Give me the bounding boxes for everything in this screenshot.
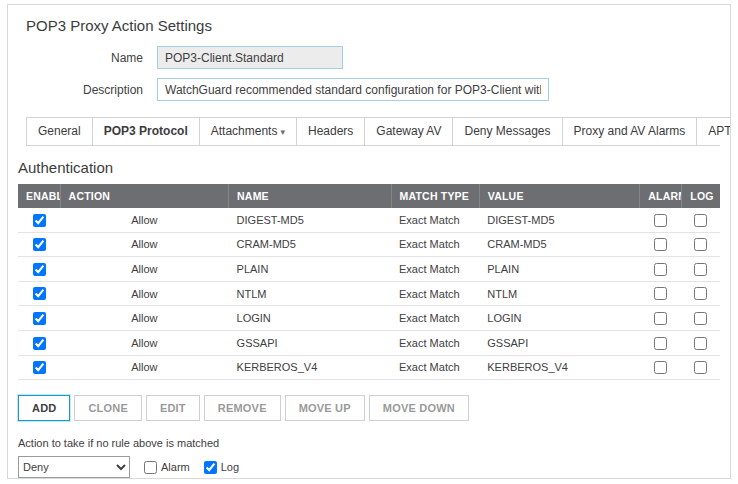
enabled-checkbox[interactable]: [33, 238, 46, 251]
match-type-cell: Exact Match: [391, 208, 479, 232]
tab-gateway-av[interactable]: Gateway AV: [364, 117, 453, 145]
enabled-checkbox[interactable]: [33, 361, 46, 374]
table-row[interactable]: Allow CRAM-MD5 Exact Match CRAM-MD5: [18, 232, 720, 257]
tab-apt-blocker[interactable]: APT Blocker: [696, 117, 731, 145]
log-option-label: Log: [221, 461, 239, 473]
move-down-button[interactable]: MOVE DOWN: [369, 395, 469, 421]
log-cell: [682, 355, 720, 380]
name-cell: PLAIN: [229, 257, 391, 282]
value-cell: LOGIN: [479, 306, 639, 331]
action-cell: Allow: [60, 306, 228, 331]
enabled-cell: [18, 232, 60, 257]
enabled-cell: [18, 281, 60, 306]
enabled-cell: [18, 208, 60, 232]
tab-proxy-and-av-alarms[interactable]: Proxy and AV Alarms: [562, 117, 698, 145]
enabled-checkbox[interactable]: [33, 337, 46, 350]
action-cell: Allow: [60, 208, 228, 232]
remove-button[interactable]: REMOVE: [204, 395, 281, 421]
tab-pop3-protocol[interactable]: POP3 Protocol: [92, 117, 200, 145]
match-type-cell: Exact Match: [391, 355, 479, 380]
alarm-checkbox[interactable]: [654, 287, 667, 300]
authentication-rules-table: ENABLED ACTION NAME MATCH TYPE VALUE ALA…: [18, 184, 720, 380]
alarm-option: Alarm: [144, 461, 190, 474]
log-checkbox[interactable]: [694, 337, 707, 350]
table-header-row: ENABLED ACTION NAME MATCH TYPE VALUE ALA…: [18, 184, 720, 208]
name-cell: CRAM-MD5: [229, 232, 391, 257]
column-header-action: ACTION: [60, 184, 228, 208]
enabled-checkbox[interactable]: [33, 287, 46, 300]
tab-attachments[interactable]: Attachments▾: [199, 117, 297, 145]
column-header-match-type: MATCH TYPE: [391, 184, 479, 208]
log-checkbox[interactable]: [694, 263, 707, 276]
alarm-checkbox[interactable]: [654, 312, 667, 325]
no-match-action-select[interactable]: Deny: [18, 456, 130, 478]
log-checkbox[interactable]: [694, 214, 707, 227]
tab-general[interactable]: General: [26, 117, 93, 145]
alarm-cell: [640, 330, 682, 355]
tab-bar: General POP3 Protocol Attachments▾ Heade…: [26, 117, 720, 146]
alarm-checkbox[interactable]: [654, 337, 667, 350]
log-checkbox[interactable]: [694, 361, 707, 374]
description-input[interactable]: [157, 78, 549, 101]
log-cell: [682, 281, 720, 306]
action-cell: Allow: [60, 232, 228, 257]
name-cell: LOGIN: [229, 306, 391, 331]
match-type-cell: Exact Match: [391, 281, 479, 306]
value-cell: PLAIN: [479, 257, 639, 282]
alarm-checkbox[interactable]: [654, 238, 667, 251]
enabled-cell: [18, 330, 60, 355]
log-option: Log: [204, 461, 239, 474]
add-button[interactable]: ADD: [18, 395, 70, 421]
column-header-log: LOG: [682, 184, 720, 208]
table-row[interactable]: Allow DIGEST-MD5 Exact Match DIGEST-MD5: [18, 208, 720, 232]
table-row[interactable]: Allow PLAIN Exact Match PLAIN: [18, 257, 720, 282]
log-checkbox[interactable]: [694, 238, 707, 251]
alarm-checkbox[interactable]: [654, 214, 667, 227]
value-cell: NTLM: [479, 281, 639, 306]
log-checkbox[interactable]: [694, 312, 707, 325]
name-cell: KERBEROS_V4: [229, 355, 391, 380]
action-cell: Allow: [60, 257, 228, 282]
match-type-cell: Exact Match: [391, 330, 479, 355]
name-row: Name: [18, 46, 720, 69]
alarm-cell: [640, 257, 682, 282]
section-title-authentication: Authentication: [18, 159, 720, 176]
column-header-enabled: ENABLED: [18, 184, 60, 208]
table-row[interactable]: Allow KERBEROS_V4 Exact Match KERBEROS_V…: [18, 355, 720, 380]
value-cell: DIGEST-MD5: [479, 208, 639, 232]
log-option-checkbox[interactable]: [204, 461, 217, 474]
pop3-proxy-settings-panel: POP3 Proxy Action Settings Name Descript…: [7, 4, 731, 479]
enabled-checkbox[interactable]: [33, 312, 46, 325]
log-cell: [682, 208, 720, 232]
tab-deny-messages[interactable]: Deny Messages: [452, 117, 562, 145]
alarm-checkbox[interactable]: [654, 263, 667, 276]
chevron-down-icon: ▾: [280, 127, 285, 137]
edit-button[interactable]: EDIT: [146, 395, 200, 421]
alarm-option-checkbox[interactable]: [144, 461, 157, 474]
enabled-checkbox[interactable]: [33, 263, 46, 276]
enabled-cell: [18, 306, 60, 331]
column-header-alarm: ALARM: [640, 184, 682, 208]
move-up-button[interactable]: MOVE UP: [285, 395, 365, 421]
tab-headers[interactable]: Headers: [296, 117, 365, 145]
clone-button[interactable]: CLONE: [74, 395, 142, 421]
enabled-cell: [18, 355, 60, 380]
alarm-option-label: Alarm: [161, 461, 190, 473]
log-checkbox[interactable]: [694, 287, 707, 300]
alarm-checkbox[interactable]: [654, 361, 667, 374]
name-cell: NTLM: [229, 281, 391, 306]
name-cell: GSSAPI: [229, 330, 391, 355]
log-cell: [682, 257, 720, 282]
name-input[interactable]: [157, 46, 343, 69]
alarm-cell: [640, 281, 682, 306]
log-cell: [682, 330, 720, 355]
enabled-checkbox[interactable]: [33, 214, 46, 227]
action-cell: Allow: [60, 355, 228, 380]
rule-action-buttons: ADD CLONE EDIT REMOVE MOVE UP MOVE DOWN: [18, 395, 720, 421]
table-row[interactable]: Allow LOGIN Exact Match LOGIN: [18, 306, 720, 331]
table-row[interactable]: Allow NTLM Exact Match NTLM: [18, 281, 720, 306]
table-row[interactable]: Allow GSSAPI Exact Match GSSAPI: [18, 330, 720, 355]
action-cell: Allow: [60, 281, 228, 306]
match-type-cell: Exact Match: [391, 232, 479, 257]
alarm-cell: [640, 306, 682, 331]
